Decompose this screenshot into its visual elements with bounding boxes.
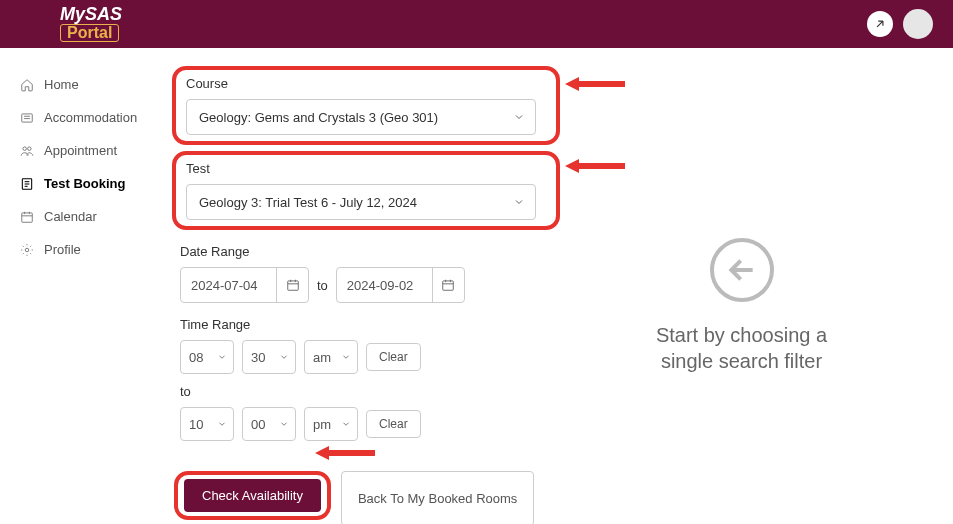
time-to-ampm-select[interactable]: pm xyxy=(304,407,358,441)
check-availability-button[interactable]: Check Availability xyxy=(184,479,321,512)
sidebar-item-label: Test Booking xyxy=(44,176,125,191)
sidebar-item-calendar[interactable]: Calendar xyxy=(16,200,170,233)
appointment-icon xyxy=(20,144,34,158)
chevron-down-icon xyxy=(279,419,289,429)
time-to-label: to xyxy=(180,384,560,399)
accessibility-icon xyxy=(873,17,887,31)
chevron-down-icon xyxy=(217,419,227,429)
date-to-input[interactable]: 2024-09-02 xyxy=(336,267,465,303)
sidebar-item-accommodation[interactable]: Accommodation xyxy=(16,101,170,134)
test-select[interactable]: Geology 3: Trial Test 6 - July 12, 2024 xyxy=(186,184,536,220)
sidebar-item-label: Home xyxy=(44,77,79,92)
svg-marker-28 xyxy=(315,446,329,460)
home-icon xyxy=(20,78,34,92)
empty-state-panel: Start by choosing a single search filter xyxy=(560,66,953,524)
calendar-icon xyxy=(441,278,455,292)
sidebar: Home Accommodation Appointment Test Book… xyxy=(0,48,170,524)
course-label: Course xyxy=(186,76,546,91)
calendar-icon xyxy=(20,210,34,224)
time-from-hour-select[interactable]: 08 xyxy=(180,340,234,374)
svg-point-13 xyxy=(25,248,29,252)
sidebar-item-home[interactable]: Home xyxy=(16,68,170,101)
sidebar-item-appointment[interactable]: Appointment xyxy=(16,134,170,167)
annotation-highlight-test: Test Geology 3: Trial Test 6 - July 12, … xyxy=(172,151,560,230)
chevron-down-icon xyxy=(513,111,525,123)
time-to-clear-button[interactable]: Clear xyxy=(366,410,421,438)
sidebar-item-label: Appointment xyxy=(44,143,117,158)
logo[interactable]: MySAS Portal xyxy=(60,6,122,43)
course-select[interactable]: Geology: Gems and Crystals 3 (Geo 301) xyxy=(186,99,536,135)
time-range-label: Time Range xyxy=(180,317,560,332)
sidebar-item-test-booking[interactable]: Test Booking xyxy=(16,167,170,200)
annotation-highlight-course: Course Geology: Gems and Crystals 3 (Geo… xyxy=(172,66,560,145)
chevron-down-icon xyxy=(279,352,289,362)
profile-icon xyxy=(20,243,34,257)
chevron-down-icon xyxy=(341,352,351,362)
svg-rect-0 xyxy=(22,113,33,121)
arrow-left-circle-icon xyxy=(710,238,774,302)
date-range-label: Date Range xyxy=(180,244,560,259)
date-from-value: 2024-07-04 xyxy=(181,268,276,302)
logo-text-top: MySAS xyxy=(60,6,122,22)
avatar[interactable] xyxy=(903,9,933,39)
chevron-down-icon xyxy=(513,196,525,208)
svg-rect-14 xyxy=(287,281,298,290)
calendar-icon xyxy=(286,278,300,292)
time-to-min-select[interactable]: 00 xyxy=(242,407,296,441)
svg-rect-18 xyxy=(443,281,454,290)
accessibility-button[interactable] xyxy=(867,11,893,37)
date-to-value: 2024-09-02 xyxy=(337,268,432,302)
logo-text-bottom: Portal xyxy=(60,24,119,42)
course-select-value: Geology: Gems and Crystals 3 (Geo 301) xyxy=(199,110,438,125)
empty-state-message: Start by choosing a single search filter xyxy=(656,322,827,374)
test-booking-icon xyxy=(20,177,34,191)
date-from-picker-button[interactable] xyxy=(276,268,308,302)
svg-marker-26 xyxy=(565,159,579,173)
chevron-down-icon xyxy=(217,352,227,362)
svg-point-4 xyxy=(28,146,31,150)
time-from-clear-button[interactable]: Clear xyxy=(366,343,421,371)
sidebar-item-label: Calendar xyxy=(44,209,97,224)
date-to-label: to xyxy=(317,278,328,293)
svg-point-3 xyxy=(23,146,27,150)
annotation-arrow-check xyxy=(315,443,375,463)
annotation-highlight-check: Check Availability xyxy=(174,471,331,520)
back-to-booked-rooms-button[interactable]: Back To My Booked Rooms xyxy=(341,471,534,524)
chevron-down-icon xyxy=(341,419,351,429)
date-to-picker-button[interactable] xyxy=(432,268,464,302)
time-from-ampm-select[interactable]: am xyxy=(304,340,358,374)
sidebar-item-profile[interactable]: Profile xyxy=(16,233,170,266)
accommodation-icon xyxy=(20,111,34,125)
time-to-hour-select[interactable]: 10 xyxy=(180,407,234,441)
annotation-arrow-course xyxy=(565,74,625,94)
sidebar-item-label: Profile xyxy=(44,242,81,257)
date-from-input[interactable]: 2024-07-04 xyxy=(180,267,309,303)
time-from-min-select[interactable]: 30 xyxy=(242,340,296,374)
header: MySAS Portal xyxy=(0,0,953,48)
svg-rect-9 xyxy=(22,212,33,221)
test-label: Test xyxy=(186,161,546,176)
test-select-value: Geology 3: Trial Test 6 - July 12, 2024 xyxy=(199,195,417,210)
sidebar-item-label: Accommodation xyxy=(44,110,137,125)
svg-marker-24 xyxy=(565,77,579,91)
annotation-arrow-test xyxy=(565,156,625,176)
main: Course Geology: Gems and Crystals 3 (Geo… xyxy=(170,48,953,524)
